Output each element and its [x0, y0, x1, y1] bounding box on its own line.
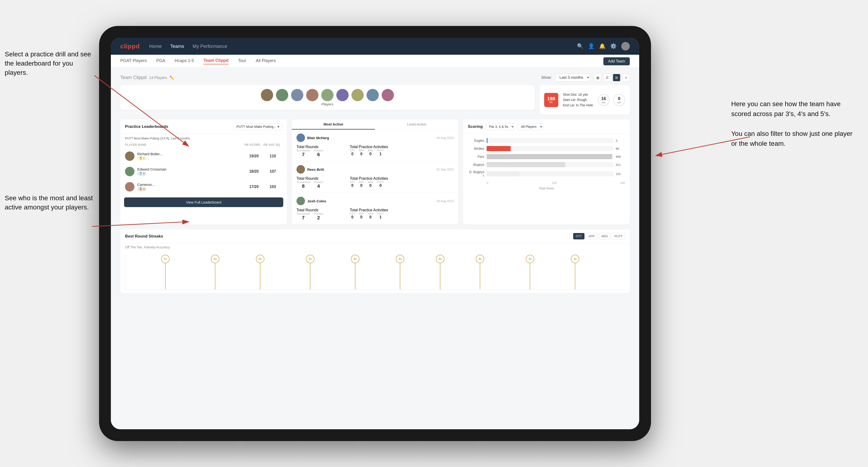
pa-stats-2: Total Rounds Tournament 8 Practice 4 — [297, 177, 454, 189]
avatars-list — [261, 89, 394, 101]
user-avatar[interactable] — [621, 42, 630, 51]
streak-pin: 4x — [436, 255, 444, 289]
lb-player-1: Richard Butler... 🥇 1 — [125, 151, 245, 161]
streak-pin: 6x — [256, 255, 265, 289]
player-avatar-3[interactable] — [291, 89, 303, 101]
scoring-header: Scoring Par 3, 4 & 5s All Players — [463, 119, 630, 134]
player-avatar-4[interactable] — [306, 89, 318, 101]
par-filter[interactable]: Par 3, 4 & 5s — [486, 123, 515, 130]
scoring-card: Scoring Par 3, 4 & 5s All Players Eagles — [463, 119, 630, 224]
tablet-screen: clippd Home Teams My Performance 🔍 👤 🔔 ⚙… — [111, 38, 639, 429]
tab-most-active[interactable]: Most Active — [292, 119, 375, 129]
settings-icon[interactable]: ⚙️ — [610, 43, 617, 49]
streak-line — [530, 263, 530, 289]
player-avatar-9[interactable] — [382, 89, 394, 101]
edit-icon[interactable]: ✏️ — [169, 76, 174, 80]
view-leaderboard-button[interactable]: View Full Leaderboard — [124, 197, 283, 207]
show-select[interactable]: Last 3 months — [555, 73, 590, 81]
list-view-icon[interactable]: ☰ — [603, 74, 611, 81]
sfbtn-putt[interactable]: PUTT — [612, 233, 625, 239]
subnav-pgat[interactable]: PGAT Players — [120, 58, 147, 64]
navbar-icons: 🔍 👤 🔔 ⚙️ — [577, 42, 630, 51]
streak-line — [260, 263, 260, 289]
scoring-title: Scoring — [468, 124, 483, 129]
pa-rounds-group-1: Total Rounds Tournament 7 Practice 6 — [297, 145, 347, 157]
nav-teams[interactable]: Teams — [170, 44, 184, 49]
bar-track-dbogeys — [487, 171, 613, 177]
streak-line — [215, 263, 215, 289]
pa-rounds-group-2: Total Rounds Tournament 8 Practice 4 — [297, 177, 347, 189]
streak-pin: 5x — [306, 255, 314, 289]
navbar: clippd Home Teams My Performance 🔍 👤 🔔 ⚙… — [111, 38, 639, 55]
bar-track-pars — [487, 154, 613, 159]
lb-avatar-2 — [125, 167, 134, 176]
streaks-chart-inner: 7x 6x 6x 5x 5x 4x 4x 4x 3x 3x — [125, 255, 625, 290]
subnav-all-players[interactable]: All Players — [256, 58, 276, 64]
card-header-lb: Practice Leaderboards PUTT Must Make Put… — [120, 119, 287, 134]
bar-fill-pars — [487, 154, 612, 159]
add-team-button[interactable]: Add Team — [603, 57, 630, 65]
bar-pars: Pars 499 — [468, 154, 625, 159]
search-icon[interactable]: 🔍 — [577, 43, 583, 49]
sfbtn-ott[interactable]: OTT — [573, 233, 585, 239]
streak-circle: 3x — [526, 255, 534, 263]
players-row: Players — [120, 85, 535, 110]
app-logo: clippd — [120, 43, 140, 50]
player-avatar-8[interactable] — [367, 89, 379, 101]
streak-line — [440, 263, 440, 289]
grid-view-icon[interactable]: ▦ — [594, 74, 601, 81]
player-avatar-6[interactable] — [336, 89, 349, 101]
subnav-pga[interactable]: PGA — [156, 58, 165, 64]
people-icon[interactable]: 👤 — [588, 43, 594, 49]
chart-xlabel: Total Shots — [468, 185, 625, 190]
streak-pin: 7x — [161, 255, 169, 289]
streak-circle: 4x — [436, 255, 444, 263]
chart-view-icon[interactable]: ⊞ — [613, 74, 620, 81]
subnav-hcaps[interactable]: Hcaps 1-5 — [175, 58, 194, 64]
player-avatar-2[interactable] — [276, 89, 288, 101]
streak-circle: 7x — [161, 255, 169, 263]
player-filter[interactable]: All Players — [518, 123, 543, 130]
pa-activities-group-1: Total Practice Activities OTT0 APP0 ARG0… — [350, 145, 454, 157]
streaks-card: Best Round Streaks OTT APP ARG PUTT Off … — [120, 229, 630, 293]
nav-performance[interactable]: My Performance — [193, 44, 227, 49]
player-activity-1: Blair McHarg 26 Aug 2023 Total Rounds To… — [292, 130, 459, 161]
nav-home[interactable]: Home — [149, 44, 162, 49]
bell-icon[interactable]: 🔔 — [599, 43, 606, 49]
streak-circle: 4x — [476, 255, 484, 263]
sfbtn-arg[interactable]: ARG — [599, 233, 611, 239]
streak-line — [355, 263, 355, 289]
player-activity-2: Rees Britt 02 Sep 2023 Total Rounds Tour… — [292, 161, 459, 193]
subnav: PGAT Players PGA Hcaps 1-5 Team Clippd T… — [111, 55, 639, 68]
bar-chart: Eagles 3 Birdies 96 — [463, 134, 630, 194]
streaks-subtitle: Off The Tee, Fairway Accuracy — [120, 243, 630, 251]
activity-card: Most Active Least Active Blair McHarg 26… — [292, 119, 459, 224]
table-view-icon[interactable]: ≡ — [622, 74, 630, 81]
bar-fill-birdies — [487, 146, 511, 151]
sfbtn-app[interactable]: APP — [586, 233, 597, 239]
lb-player-3: Cameron... 🥉 3 — [125, 182, 245, 191]
bar-bogeys: Bogeys 311 — [468, 162, 625, 167]
drill-dropdown[interactable]: PUTT Must Make Putting... ▾ — [234, 123, 282, 130]
player-avatar-5[interactable] — [321, 89, 334, 101]
subnav-team-clippd[interactable]: Team Clippd — [203, 58, 228, 64]
pa-avatar-josh — [297, 197, 305, 205]
lb-row-3: Cameron... 🥉 3 17/20 103 — [120, 179, 287, 195]
bar-birdies: Birdies 96 — [468, 146, 625, 151]
shot-circle-1: 16 yds — [598, 94, 610, 106]
lb-row-1: Richard Butler... 🥇 1 19/20 110 — [120, 149, 287, 164]
team-header: Team Clippd 14 Players ✏️ Show: Last 3 m… — [120, 73, 630, 81]
bar-axis: 0200400 — [468, 181, 625, 185]
activity-tabs: Most Active Least Active — [292, 119, 459, 130]
pa-stats-1: Total Rounds Tournament 7 Practice 6 — [297, 145, 454, 157]
bar-fill-bogeys — [487, 162, 565, 167]
annotation-bottom-left: See who is the most and leastactive amon… — [5, 193, 93, 212]
player-avatar-1[interactable] — [261, 89, 273, 101]
pa-header-2: Rees Britt 02 Sep 2023 — [297, 165, 454, 174]
lb-avatar-1 — [125, 151, 134, 161]
subnav-tour[interactable]: Tour — [238, 58, 246, 64]
bar-fill-eagles — [487, 138, 487, 143]
tab-least-active[interactable]: Least Active — [375, 119, 458, 129]
player-avatar-7[interactable] — [351, 89, 364, 101]
streak-pin: 4x — [396, 255, 404, 289]
